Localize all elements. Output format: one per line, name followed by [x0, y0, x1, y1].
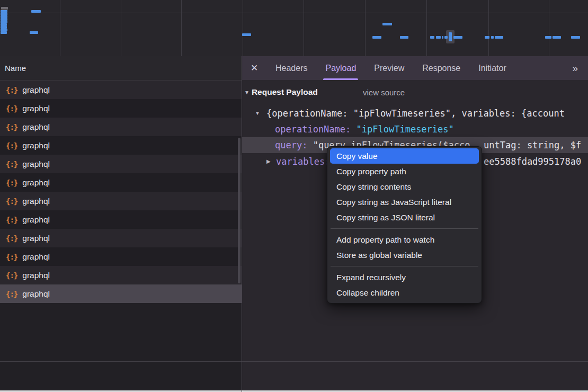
overview-gridline: [243, 0, 243, 56]
request-name: graphql: [22, 215, 50, 225]
request-row[interactable]: {:}graphql: [0, 155, 242, 173]
overview-gridline: [304, 0, 304, 56]
request-name: graphql: [22, 141, 50, 150]
request-name: graphql: [22, 122, 50, 132]
property-value-fragment: untTag: string, $f: [484, 137, 581, 153]
request-row[interactable]: {:}graphql: [0, 81, 242, 99]
json-braces-icon: {:}: [6, 216, 17, 224]
name-column-header[interactable]: Name: [0, 56, 242, 81]
panel-divider[interactable]: [242, 56, 242, 392]
request-row[interactable]: {:}graphql: [0, 192, 242, 210]
request-name: graphql: [22, 271, 50, 280]
menu-item-copy-value[interactable]: Copy value: [330, 148, 479, 164]
json-braces-icon: {:}: [6, 271, 17, 280]
request-timing-bar: [436, 36, 441, 39]
menu-item-copy-property-path[interactable]: Copy property path: [330, 164, 479, 179]
json-braces-icon: {:}: [6, 253, 17, 261]
tab-response[interactable]: Response: [413, 56, 469, 80]
request-name: graphql: [22, 104, 50, 113]
request-row[interactable]: {:}graphql: [0, 99, 242, 118]
request-timing-bar: [442, 36, 443, 39]
json-braces-icon: {:}: [6, 104, 17, 113]
request-timing-bar: [453, 36, 462, 39]
request-timing-bar: [242, 33, 251, 36]
request-name: graphql: [22, 197, 50, 206]
property-key: query:: [275, 140, 307, 150]
json-braces-icon: {:}: [6, 123, 17, 131]
section-title: Request Payload: [252, 87, 318, 97]
request-name: graphql: [22, 289, 50, 299]
json-braces-icon: {:}: [6, 160, 17, 168]
detail-tabbar: ✕ HeadersPayloadPreviewResponseInitiator…: [242, 56, 588, 80]
property-value-fragment: ee5588fdad995178a0: [484, 154, 581, 170]
menu-item-add-property-path-to-watch[interactable]: Add property path to watch: [330, 232, 479, 247]
triangle-down-icon[interactable]: ▼: [255, 105, 260, 121]
request-timing-bar: [571, 36, 580, 39]
tab-preview[interactable]: Preview: [365, 56, 413, 80]
json-braces-icon: {:}: [6, 290, 17, 298]
json-braces-icon: {:}: [6, 86, 17, 94]
request-name: graphql: [22, 234, 50, 243]
menu-separator: [331, 266, 478, 266]
tab-strip: HeadersPayloadPreviewResponseInitiator: [266, 56, 515, 80]
overview-gridline: [60, 0, 60, 56]
request-timing-bar: [1, 31, 7, 34]
request-payload-section[interactable]: ▼ Request Payload: [244, 84, 318, 100]
close-icon[interactable]: ✕: [242, 56, 266, 80]
more-tabs-icon[interactable]: »: [563, 56, 588, 80]
scrollbar-thumb[interactable]: [238, 138, 240, 283]
property-key: variables: [276, 156, 325, 167]
overview-gridline: [121, 0, 121, 56]
request-timing-bar: [372, 36, 381, 39]
payload-root-preview: {operationName: "ipFlowTimeseries", vari…: [266, 105, 565, 121]
overview-gridline: [549, 0, 549, 56]
request-name: graphql: [22, 85, 50, 95]
request-name: graphql: [22, 178, 50, 188]
payload-root-row[interactable]: ▼ {operationName: "ipFlowTimeseries", va…: [242, 105, 588, 121]
menu-item-store-as-global-variable[interactable]: Store as global variable: [330, 247, 479, 263]
request-row[interactable]: {:}graphql: [0, 247, 242, 266]
menu-item-copy-string-as-json-literal[interactable]: Copy string as JSON literal: [330, 210, 479, 225]
request-timing-bar: [30, 31, 38, 34]
overview-gray-bar: [1, 7, 8, 10]
request-timing-bar: [545, 36, 551, 39]
request-timing-bar: [491, 36, 494, 39]
payload-operationname-row[interactable]: operationName: "ipFlowTimeseries": [242, 121, 588, 137]
overview-gridline: [426, 0, 427, 56]
overview-gridline: [488, 0, 489, 56]
request-timing-bar: [495, 36, 503, 39]
tab-payload[interactable]: Payload: [316, 56, 365, 80]
view-source-link[interactable]: view source: [363, 84, 405, 100]
request-row[interactable]: {:}graphql: [0, 118, 242, 136]
json-braces-icon: {:}: [6, 197, 17, 206]
property-key: operationName:: [275, 124, 351, 135]
request-timing-bar: [444, 36, 448, 39]
json-braces-icon: {:}: [6, 234, 17, 243]
menu-item-expand-recursively[interactable]: Expand recursively: [330, 270, 479, 285]
menu-separator: [331, 228, 478, 229]
tab-initiator[interactable]: Initiator: [469, 56, 515, 80]
overview-gridline: [181, 0, 182, 56]
triangle-right-icon[interactable]: ▶: [266, 154, 271, 170]
devtools-network-panel: Name {:}graphql{:}graphql{:}graphql{:}gr…: [0, 0, 588, 392]
request-timing-bar: [382, 23, 392, 25]
network-overview-timeline[interactable]: [0, 0, 588, 57]
request-row[interactable]: {:}graphql: [0, 210, 242, 229]
request-list: {:}graphql{:}graphql{:}graphql{:}graphql…: [0, 81, 242, 303]
request-timing-bar: [553, 36, 561, 39]
overview-gridline: [365, 0, 366, 56]
request-row[interactable]: {:}graphql: [0, 266, 242, 284]
property-value: "ipFlowTimeseries": [357, 124, 454, 135]
json-braces-icon: {:}: [6, 141, 17, 150]
request-name: graphql: [22, 159, 50, 169]
request-row[interactable]: {:}graphql: [0, 229, 242, 247]
menu-item-collapse-children[interactable]: Collapse children: [330, 285, 479, 300]
json-braces-icon: {:}: [6, 179, 17, 187]
request-row[interactable]: {:}graphql: [0, 284, 242, 303]
request-name: graphql: [22, 252, 50, 262]
request-row[interactable]: {:}graphql: [0, 136, 242, 155]
menu-item-copy-string-contents[interactable]: Copy string contents: [330, 179, 479, 194]
tab-headers[interactable]: Headers: [266, 56, 316, 80]
request-row[interactable]: {:}graphql: [0, 173, 242, 192]
menu-item-copy-string-as-javascript-literal[interactable]: Copy string as JavaScript literal: [330, 194, 479, 210]
